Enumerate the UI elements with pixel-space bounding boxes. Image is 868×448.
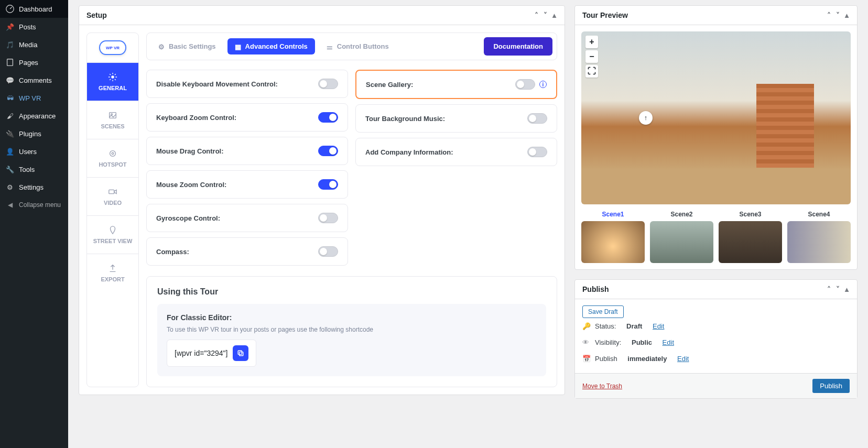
vtab-export[interactable]: EXPORT (87, 254, 138, 292)
toggle[interactable] (318, 112, 338, 123)
key-icon: 🔑 (582, 322, 591, 330)
setting-mouse-drag: Mouse Drag Control: (146, 137, 348, 165)
toggle[interactable] (318, 179, 338, 190)
comment-icon: 💬 (5, 75, 15, 85)
using-title: Using this Tour (157, 287, 546, 297)
info-icon[interactable]: i (539, 81, 547, 88)
vtab-general[interactable]: GENERAL (87, 63, 138, 101)
content-area: Setup ˄ ˅ ▴ WP VR GENERAL SCENES HOTSPOT… (68, 0, 868, 448)
collapse-icon: ◀ (5, 200, 15, 210)
vis-value: Public (632, 338, 652, 346)
gear-icon (108, 72, 117, 82)
menu-media[interactable]: 🎵Media (0, 36, 68, 53)
menu-users[interactable]: 👤Users (0, 143, 68, 160)
sliders-icon: ⚌ (327, 43, 334, 50)
menu-label: Comments (19, 77, 52, 84)
menu-label: Media (19, 41, 37, 49)
publish-panel: Publish ˄ ˅ ▴ Save Draft 🔑Status: Draft … (574, 279, 858, 399)
scene-thumb-3[interactable]: Scene3 (719, 211, 782, 263)
toggle[interactable] (318, 213, 338, 223)
documentation-button[interactable]: Documentation (484, 37, 552, 56)
svg-rect-7 (109, 190, 114, 193)
panel-down-icon[interactable]: ˅ (542, 10, 548, 20)
setting-label: Mouse Drag Control: (156, 147, 224, 155)
publish-button[interactable]: Publish (812, 379, 850, 393)
zoom-in-button[interactable]: + (585, 36, 598, 48)
setting-label: Tour Background Music: (365, 115, 445, 123)
brush-icon: 🖌 (5, 111, 15, 121)
tab-control[interactable]: ⚌Control Buttons (319, 38, 396, 54)
shortcode-box: [wpvr id="3294"] (167, 340, 256, 367)
move-trash-link[interactable]: Move to Trash (582, 383, 622, 390)
menu-settings[interactable]: ⚙Settings (0, 178, 68, 196)
toggle[interactable] (318, 246, 338, 257)
panel-up-icon[interactable]: ˄ (826, 10, 832, 20)
menu-pages[interactable]: Pages (0, 53, 68, 71)
fullscreen-button[interactable]: ⛶ (585, 65, 598, 78)
vtab-scenes[interactable]: SCENES (87, 101, 138, 139)
status-row: 🔑Status: Draft Edit (582, 318, 850, 334)
tab-advanced[interactable]: ▦Advanced Controls (227, 38, 315, 54)
setup-panel: Setup ˄ ˅ ▴ WP VR GENERAL SCENES HOTSPOT… (79, 5, 565, 395)
vtab-video[interactable]: VIDEO (87, 178, 138, 216)
image-icon (108, 111, 117, 120)
menu-posts[interactable]: 📌Posts (0, 18, 68, 36)
svg-rect-1 (7, 59, 13, 66)
toggle[interactable] (527, 147, 547, 157)
edit-date-link[interactable]: Edit (677, 355, 689, 363)
menu-label: Settings (19, 183, 44, 191)
panel-up-icon[interactable]: ˄ (826, 284, 832, 294)
tab-basic[interactable]: ⚙Basic Settings (151, 38, 223, 54)
menu-comments[interactable]: 💬Comments (0, 71, 68, 89)
video-icon (108, 187, 117, 196)
vtab-label: EXPORT (101, 276, 124, 282)
scene-thumb-2[interactable]: Scene2 (650, 211, 713, 263)
panel-toggle-icon[interactable]: ▴ (844, 10, 850, 20)
scene-thumb-4[interactable]: Scene4 (787, 211, 851, 263)
thumb-label: Scene1 (581, 211, 645, 218)
setting-scene-gallery: Scene Gallery:i (355, 70, 557, 99)
menu-tools[interactable]: 🔧Tools (0, 160, 68, 178)
menu-label: Tools (19, 166, 35, 173)
vtab-street[interactable]: STREET VIEW (87, 216, 138, 254)
panel-down-icon[interactable]: ˅ (835, 10, 841, 20)
thumb-label: Scene4 (787, 211, 851, 218)
menu-label: Users (19, 148, 37, 156)
svg-rect-8 (240, 352, 243, 356)
toggle[interactable] (527, 113, 547, 124)
visibility-row: 👁Visibility: Public Edit (582, 334, 850, 351)
scene-thumb-1[interactable]: Scene1 (581, 211, 645, 263)
menu-collapse[interactable]: ◀Collapse menu (0, 196, 68, 214)
save-draft-button[interactable]: Save Draft (582, 305, 624, 318)
menu-plugins[interactable]: 🔌Plugins (0, 125, 68, 143)
calendar-icon: 📅 (582, 355, 591, 363)
panel-toggle-icon[interactable]: ▴ (551, 10, 557, 20)
thumb-img (719, 221, 782, 263)
using-subtitle: For Classic Editor: (167, 313, 537, 322)
toggle[interactable] (318, 79, 338, 89)
panel-toggle-icon[interactable]: ▴ (844, 284, 850, 294)
copy-button[interactable] (233, 345, 248, 361)
status-label: Status: (595, 322, 616, 330)
menu-appearance[interactable]: 🖌Appearance (0, 107, 68, 125)
target-icon (108, 149, 117, 158)
zoom-out-button[interactable]: − (585, 50, 598, 63)
setting-gyroscope: Gyroscope Control: (146, 204, 348, 232)
edit-status-link[interactable]: Edit (653, 322, 664, 330)
preview-header: Tour Preview ˄ ˅ ▴ (575, 6, 857, 25)
admin-sidebar: Dashboard 📌Posts 🎵Media Pages 💬Comments … (0, 0, 68, 448)
menu-wpvr[interactable]: 🕶WP VR (0, 89, 68, 107)
shortcode-text: [wpvr id="3294"] (175, 349, 227, 357)
nav-hotspot[interactable]: ↑ (639, 111, 653, 125)
edit-visibility-link[interactable]: Edit (663, 338, 674, 346)
panel-down-icon[interactable]: ˅ (835, 284, 841, 294)
setting-bg-music: Tour Background Music: (355, 104, 557, 133)
menu-dashboard[interactable]: Dashboard (0, 0, 68, 18)
toggle[interactable] (515, 79, 535, 90)
toggle[interactable] (318, 146, 338, 156)
preview-viewport[interactable]: + − ⛶ ↑ (581, 31, 851, 204)
plugin-icon: 🔌 (5, 129, 15, 138)
svg-point-5 (110, 151, 116, 157)
panel-up-icon[interactable]: ˄ (534, 10, 539, 20)
vtab-hotspot[interactable]: HOTSPOT (87, 139, 138, 178)
